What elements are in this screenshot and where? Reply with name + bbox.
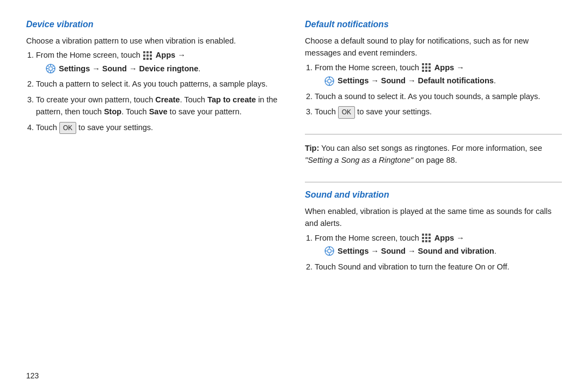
svg-rect-2 bbox=[150, 51, 152, 53]
svg-rect-34 bbox=[422, 234, 424, 236]
svg-rect-3 bbox=[143, 54, 145, 57]
device-vibration-intro: Choose a vibration pattern to use when v… bbox=[26, 35, 283, 47]
svg-point-29 bbox=[328, 79, 332, 83]
apps-label: Apps → bbox=[156, 51, 186, 59]
svg-rect-4 bbox=[146, 54, 149, 57]
device-vibration-body: Choose a vibration pattern to use when v… bbox=[26, 35, 283, 134]
svg-rect-1 bbox=[146, 51, 149, 53]
ok-button-left: OK bbox=[59, 122, 76, 134]
dn-step-1-sub: Settings → Sound → Default notifications… bbox=[315, 75, 562, 87]
svg-rect-26 bbox=[425, 70, 427, 72]
dn-step-1: From the Home screen, touch bbox=[315, 62, 562, 87]
apps-icon-dn bbox=[421, 63, 431, 72]
svg-rect-23 bbox=[425, 66, 427, 69]
divider-2 bbox=[305, 182, 562, 182]
svg-rect-47 bbox=[325, 250, 327, 252]
svg-rect-41 bbox=[425, 240, 427, 242]
apps-icon-sv bbox=[421, 233, 431, 243]
svg-rect-12 bbox=[50, 71, 51, 73]
left-column: Device vibration Choose a vibration patt… bbox=[26, 20, 283, 372]
step-1: From the Home screen, touch bbox=[36, 49, 283, 75]
default-notifications-title: Default notifications bbox=[305, 20, 562, 29]
svg-rect-39 bbox=[428, 237, 431, 239]
svg-rect-11 bbox=[50, 64, 51, 66]
sv-step-1: From the Home screen, touch bbox=[315, 232, 562, 258]
device-vibration-section: Device vibration Choose a vibration patt… bbox=[26, 20, 283, 142]
svg-rect-19 bbox=[422, 63, 424, 65]
svg-rect-0 bbox=[143, 51, 145, 53]
dn-step-2: Touch a sound to select it. As you touch… bbox=[315, 90, 562, 102]
svg-rect-25 bbox=[422, 70, 424, 72]
svg-rect-5 bbox=[150, 54, 152, 57]
svg-rect-32 bbox=[325, 81, 327, 82]
sound-and-vibration-section: Sound and vibration When enabled, vibrat… bbox=[305, 190, 562, 280]
svg-rect-31 bbox=[329, 84, 330, 85]
svg-rect-7 bbox=[146, 58, 149, 60]
svg-rect-13 bbox=[46, 68, 48, 69]
settings-icon bbox=[46, 64, 56, 74]
step-2: Touch a pattern to select it. As you tou… bbox=[36, 78, 283, 90]
device-vibration-steps: From the Home screen, touch bbox=[26, 49, 283, 134]
sound-and-vibration-intro: When enabled, vibration is played at the… bbox=[305, 205, 562, 230]
apps-icon bbox=[143, 51, 152, 60]
divider-1 bbox=[305, 134, 562, 134]
svg-rect-14 bbox=[53, 68, 55, 69]
ok-button-dn: OK bbox=[338, 106, 355, 119]
svg-rect-33 bbox=[332, 81, 334, 82]
svg-rect-8 bbox=[150, 58, 152, 60]
svg-rect-35 bbox=[425, 234, 427, 236]
svg-rect-30 bbox=[329, 77, 330, 78]
svg-rect-36 bbox=[428, 234, 431, 236]
sound-and-vibration-steps: From the Home screen, touch bbox=[305, 232, 562, 273]
settings-icon-dn bbox=[324, 76, 334, 86]
sv-step-1-path: Settings → Sound → Sound and vibration bbox=[338, 247, 494, 255]
apps-label-dn: Apps → bbox=[434, 63, 464, 72]
tip-italic: "Setting a Song as a Ringtone" bbox=[305, 156, 413, 164]
svg-rect-6 bbox=[143, 58, 145, 60]
sound-and-vibration-title: Sound and vibration bbox=[305, 190, 562, 200]
step-3: To create your own pattern, touch Create… bbox=[36, 94, 283, 118]
svg-rect-37 bbox=[422, 237, 424, 239]
dn-step-1-path: Settings → Sound → Default notifications bbox=[338, 76, 494, 85]
tip-block: Tip: You can also set songs as ringtones… bbox=[305, 142, 562, 167]
default-notifications-body: Choose a default sound to play for notif… bbox=[305, 35, 562, 119]
svg-rect-24 bbox=[428, 66, 431, 69]
default-notifications-steps: From the Home screen, touch bbox=[305, 62, 562, 119]
svg-rect-42 bbox=[428, 240, 431, 242]
sound-and-vibration-body: When enabled, vibration is played at the… bbox=[305, 205, 562, 273]
default-notifications-section: Default notifications Choose a default s… bbox=[305, 20, 562, 126]
device-vibration-title: Device vibration bbox=[26, 20, 283, 29]
svg-rect-45 bbox=[329, 247, 330, 248]
svg-rect-40 bbox=[422, 240, 424, 242]
page-content: Device vibration Choose a vibration patt… bbox=[0, 0, 588, 392]
sv-step-2: Touch Sound and vibration to turn the fe… bbox=[315, 261, 562, 273]
svg-rect-22 bbox=[422, 66, 424, 69]
default-notifications-intro: Choose a default sound to play for notif… bbox=[305, 35, 562, 59]
settings-icon-sv bbox=[324, 246, 334, 256]
svg-rect-38 bbox=[425, 237, 427, 239]
svg-point-44 bbox=[328, 249, 332, 253]
sv-step-1-sub: Settings → Sound → Sound and vibration. bbox=[315, 245, 562, 257]
svg-rect-20 bbox=[425, 63, 427, 65]
step-1-sub: Settings → Sound → Device ringtone. bbox=[36, 63, 283, 75]
svg-point-10 bbox=[49, 67, 53, 71]
tip-label: Tip: bbox=[305, 144, 319, 152]
apps-label-sv: Apps → bbox=[434, 234, 464, 242]
svg-rect-21 bbox=[428, 63, 431, 65]
right-column: Default notifications Choose a default s… bbox=[305, 20, 562, 372]
svg-rect-27 bbox=[428, 70, 431, 72]
svg-rect-48 bbox=[332, 250, 334, 252]
step-1-path: Settings → Sound → Device ringtone bbox=[59, 64, 198, 73]
svg-rect-46 bbox=[329, 254, 330, 255]
tip-text: You can also set songs as ringtones. For… bbox=[305, 144, 542, 164]
dn-step-3: Touch OK to save your settings. bbox=[315, 106, 562, 118]
step-4: Touch OK to save your settings. bbox=[36, 121, 283, 134]
page-number: 123 bbox=[26, 371, 39, 380]
